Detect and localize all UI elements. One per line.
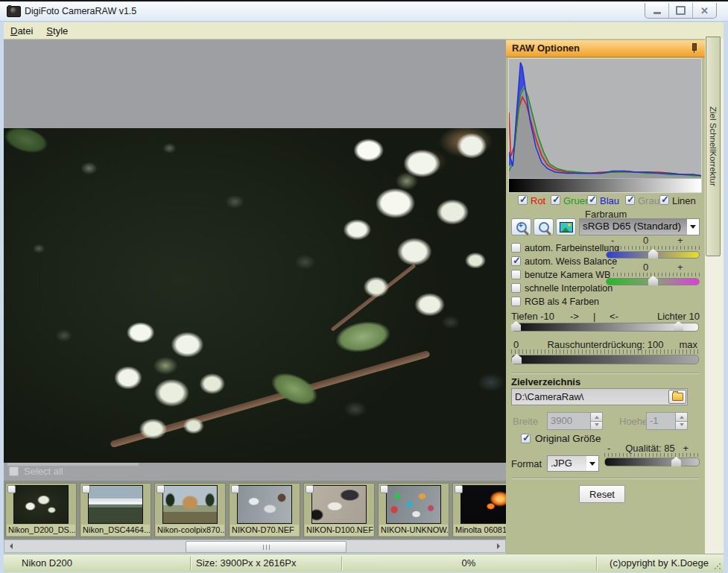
browse-folder-button[interactable] <box>668 390 686 404</box>
wb1-ticks <box>606 246 700 250</box>
thumbnail-scrollbar[interactable] <box>4 539 506 553</box>
format-dropdown[interactable]: .JPG <box>547 455 599 472</box>
camera-wb-checkbox[interactable] <box>511 270 521 279</box>
scrollbar-thumb[interactable] <box>186 541 346 553</box>
noise-slider[interactable] <box>511 355 699 364</box>
legend-grau[interactable]: Grau <box>625 194 661 206</box>
thumbnail-card[interactable]: Nikon-coolpix870... <box>154 483 226 537</box>
thumbnail-label: Nikon-coolpix870... <box>156 525 224 536</box>
divider <box>511 478 699 478</box>
wb1-zero-label: 0 <box>643 235 648 246</box>
leaf-decor <box>267 367 323 412</box>
legend-gruen[interactable]: Gruen <box>551 194 591 206</box>
thumbnail-card[interactable]: Minolta 060819... <box>452 483 506 537</box>
quality-slider[interactable] <box>604 458 700 466</box>
grau-checkbox[interactable] <box>625 195 635 205</box>
spin-up-icon[interactable] <box>591 413 602 421</box>
format-value: .JPG <box>548 456 586 471</box>
farbraum-dropdown[interactable]: sRGB D65 (Standard) <box>579 218 700 235</box>
breite-label: Breite <box>513 416 538 427</box>
tone-slider[interactable] <box>511 323 699 332</box>
noise-labels: 0 Rauschunterdrückung: 100 max <box>506 339 705 350</box>
preview-image[interactable] <box>4 128 506 463</box>
panel-header[interactable]: RAW Optionen <box>506 40 705 57</box>
thumbnail-label: NIKON-UNKNOW... <box>379 525 448 536</box>
resize-grip[interactable] <box>714 563 721 570</box>
spin-down-icon[interactable] <box>676 421 687 430</box>
status-image-size: Size: 3900Px x 2616Px <box>196 557 296 569</box>
fit-image-button[interactable] <box>556 218 576 235</box>
thumbnail-checkbox[interactable] <box>82 485 90 493</box>
spin-down-icon[interactable] <box>591 421 602 430</box>
select-all-label: Select all <box>24 466 63 477</box>
green-magenta-slider-thumb[interactable] <box>648 276 658 285</box>
select-all-checkbox[interactable] <box>9 466 19 476</box>
wb2-ticks <box>606 273 700 276</box>
thumbnail-checkbox[interactable] <box>156 485 165 493</box>
rgb-4colors-checkbox[interactable] <box>511 297 521 306</box>
minimize-button[interactable] <box>645 3 669 18</box>
auto-wb-checkbox[interactable] <box>511 256 521 266</box>
original-size-checkbox[interactable] <box>521 434 531 443</box>
auto-color-checkbox[interactable] <box>511 243 521 253</box>
legend-linen[interactable]: Linen <box>659 194 697 206</box>
thumbnail-checkbox[interactable] <box>455 485 463 493</box>
thumbnail-checkbox[interactable] <box>306 485 314 493</box>
linen-checkbox[interactable] <box>659 195 669 205</box>
format-label: Format <box>511 458 542 469</box>
dropdown-arrow-icon <box>586 456 598 471</box>
pin-icon[interactable] <box>690 43 697 53</box>
histogram-chart <box>509 59 701 178</box>
thumbnail-label: NIKON-D100.NEF <box>305 525 373 536</box>
target-path-input[interactable]: D:\CameraRaw\ <box>511 388 688 405</box>
folder-open-icon <box>672 393 683 401</box>
magnifier-icon <box>539 222 549 232</box>
breite-spinner[interactable]: 3900 <box>547 412 603 430</box>
hoehe-spinner[interactable]: -1 <box>646 412 688 430</box>
menu-datei[interactable]: Datei <box>4 24 39 38</box>
restore-button[interactable] <box>669 3 693 18</box>
legend-blau[interactable]: Blau <box>587 194 621 206</box>
app-window: DigiFoto CameraRAW v1.5 ✕ Datei Style Se… <box>0 0 728 573</box>
thumbnail-card[interactable]: NIKON-UNKNOW... <box>378 483 449 537</box>
blue-yellow-slider-thumb[interactable] <box>648 249 658 259</box>
scroll-left-button[interactable] <box>5 541 17 551</box>
thumbnail-label: NIKON-D70.NEF <box>230 525 299 536</box>
thumbnail-card[interactable]: Nikon_DSC4464.... <box>80 483 151 537</box>
thumbnail-card[interactable]: Nikon_D200_DS... <box>5 483 77 537</box>
hoehe-value: -1 <box>647 413 675 429</box>
scroll-right-button[interactable] <box>493 541 504 551</box>
thumbnail-checkbox[interactable] <box>7 485 16 493</box>
zoom-button[interactable] <box>534 218 554 235</box>
breite-spin-buttons[interactable] <box>590 413 602 429</box>
status-divider <box>596 557 597 570</box>
noise-max-label: max <box>679 339 697 350</box>
hoehe-label: Hoehe <box>619 416 648 427</box>
title-bar[interactable]: DigiFoto CameraRAW v1.5 ✕ <box>0 1 728 22</box>
histogram-legend: Rot Gruen Blau Grau Linen <box>506 194 705 208</box>
thumbnail-card[interactable]: NIKON-D100.NEF <box>303 483 375 537</box>
rot-checkbox[interactable] <box>518 195 528 205</box>
thumbnail-checkbox[interactable] <box>231 485 239 493</box>
thumbnail-image <box>386 485 441 524</box>
reset-button[interactable]: Reset <box>579 485 625 503</box>
fast-interpolation-checkbox[interactable] <box>511 283 521 293</box>
zielverzeichnis-heading: Zielverzeichnis <box>511 376 580 387</box>
close-button[interactable]: ✕ <box>693 3 716 18</box>
thumbnail-card[interactable]: NIKON-D70.NEF <box>229 483 300 537</box>
spin-up-icon[interactable] <box>676 413 687 421</box>
thumbnail-image <box>162 485 218 524</box>
blau-checkbox[interactable] <box>587 195 597 205</box>
hoehe-spin-buttons[interactable] <box>675 413 687 429</box>
quality-plus-label: + <box>683 443 689 454</box>
magnifier-plus-icon <box>516 222 527 232</box>
menu-bar: Datei Style <box>4 22 724 39</box>
menu-style[interactable]: Style <box>39 24 75 38</box>
zoom-in-button[interactable] <box>511 218 531 235</box>
legend-rot[interactable]: Rot <box>518 194 549 206</box>
image-icon <box>560 222 573 232</box>
tab-ziel-schnellkorrektur[interactable]: Ziel SchnellKorrektur <box>706 37 721 256</box>
leaf-decor <box>4 128 51 157</box>
thumbnail-checkbox[interactable] <box>380 485 388 493</box>
gruen-checkbox[interactable] <box>551 195 560 205</box>
